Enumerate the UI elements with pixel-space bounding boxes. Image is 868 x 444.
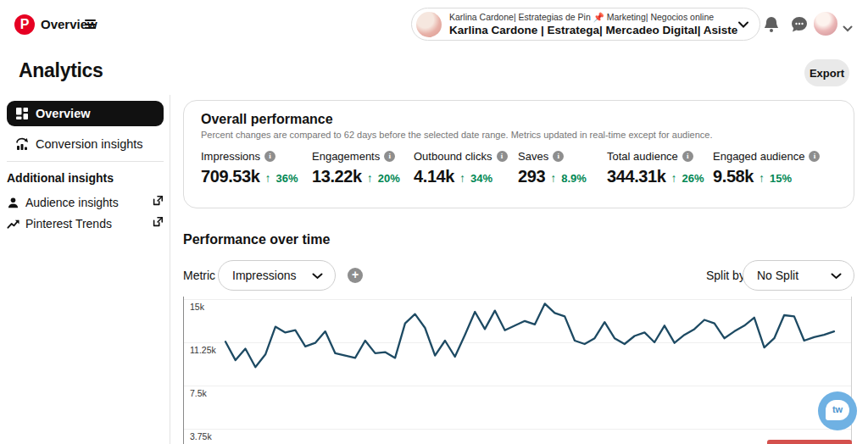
metric-dropdown-value: Impressions — [232, 269, 296, 282]
metric-change: 34% — [470, 172, 492, 185]
metric-label: Engagements — [312, 150, 380, 163]
performance-over-time-title: Performance over time — [183, 232, 330, 247]
metric-dropdown-label: Metric — [183, 269, 215, 282]
external-link-icon — [152, 216, 164, 231]
chevron-down-icon — [312, 268, 323, 283]
metric-label: Engaged audience — [713, 150, 804, 163]
split-by-label: Split by — [706, 269, 745, 282]
metric-dropdown[interactable]: Impressions — [218, 260, 336, 291]
external-link-icon — [152, 195, 164, 210]
y-tick-label: 7.5k — [190, 388, 207, 398]
info-icon[interactable]: i — [497, 151, 508, 162]
metric-change: 8.9% — [561, 172, 587, 185]
trends-arrow-icon — [7, 218, 19, 230]
impressions-line — [225, 303, 834, 367]
metric-change: 15% — [770, 172, 792, 185]
gridline-7-5k — [184, 386, 851, 386]
overall-performance-card: Overall performance Percent changes are … — [183, 100, 854, 208]
split-by-dropdown[interactable]: No Split — [743, 260, 854, 291]
metric-label: Saves — [518, 150, 548, 163]
up-arrow-icon: ↑ — [367, 171, 373, 185]
sidebar-link-label: Pinterest Trends — [25, 217, 112, 230]
add-metric-button[interactable]: + — [348, 268, 363, 283]
audience-person-icon — [7, 197, 19, 209]
metric-value: 709.53k — [201, 167, 260, 186]
account-name: Karlina Cardone | Estratega| Mercadeo Di… — [449, 24, 737, 36]
split-by-value: No Split — [757, 269, 798, 282]
sidebar-link-pinterest-trends[interactable]: Pinterest Trends — [7, 215, 164, 232]
metric-change: 20% — [378, 172, 400, 185]
metric-outbound-clicks: Outbound clicksi 4.14k↑34% — [414, 150, 508, 186]
account-subtitle: Karlina Cardone| Estrategias de Pin 📌 Ma… — [449, 12, 737, 23]
metric-total-audience: Total audiencei 344.31k↑26% — [607, 150, 704, 186]
export-button[interactable]: Export — [804, 59, 849, 86]
metric-engaged-audience: Engaged audiencei 9.58k↑15% — [713, 150, 820, 186]
metric-saves: Savesi 293↑8.9% — [518, 150, 587, 186]
chevron-down-icon — [737, 17, 749, 32]
y-axis-line — [183, 297, 184, 444]
sidebar-item-overview[interactable]: Overview — [7, 101, 164, 126]
y-tick-label: 11.25k — [190, 345, 216, 355]
watermark-logo: tw — [818, 391, 857, 430]
sidebar-section-title: Additional insights — [7, 171, 114, 185]
info-icon[interactable]: i — [264, 151, 275, 162]
metric-label: Impressions — [201, 150, 260, 163]
overview-grid-icon — [15, 107, 29, 120]
pinterest-analytics-page: P Overview Karlina Cardone| Estrategias … — [0, 0, 868, 444]
gridline-15k — [184, 299, 851, 300]
hamburger-menu-icon[interactable] — [85, 19, 96, 29]
account-switcher[interactable]: Karlina Cardone| Estrategias de Pin 📌 Ma… — [411, 8, 760, 41]
gridline-11-25k — [184, 342, 851, 343]
card-subtitle: Percent changes are compared to 62 days … — [201, 130, 713, 140]
up-arrow-icon: ↑ — [671, 171, 677, 185]
info-icon[interactable]: i — [553, 151, 564, 162]
up-arrow-icon: ↑ — [550, 171, 556, 185]
up-arrow-icon: ↑ — [459, 171, 465, 185]
chevron-down-icon — [831, 268, 842, 283]
metric-value: 344.31k — [607, 167, 666, 186]
metric-change: 26% — [682, 172, 704, 185]
metric-impressions: Impressionsi 709.53k↑36% — [201, 150, 298, 186]
metric-value: 293 — [518, 167, 545, 186]
profile-chevron-down-icon[interactable] — [843, 20, 853, 36]
page-title: Analytics — [19, 59, 103, 82]
notifications-bell-icon[interactable] — [762, 15, 781, 34]
metric-value: 9.58k — [713, 167, 754, 186]
metric-value: 13.22k — [312, 167, 362, 186]
info-icon[interactable]: i — [809, 151, 820, 162]
up-arrow-icon: ↑ — [265, 171, 271, 185]
sidebar-item-label: Conversion insights — [36, 137, 143, 151]
sidebar-section-divider — [7, 161, 164, 162]
top-bar: P Overview Karlina Cardone| Estrategias … — [0, 0, 868, 47]
metric-engagements: Engagementsi 13.22k↑20% — [312, 150, 400, 186]
card-title: Overall performance — [201, 112, 333, 127]
cutoff-red-element — [767, 440, 852, 444]
messages-chat-icon[interactable] — [790, 15, 809, 34]
up-arrow-icon: ↑ — [759, 171, 765, 185]
pinterest-logo-icon[interactable]: P — [14, 14, 35, 35]
y-tick-label: 15k — [190, 302, 204, 312]
conversion-chart-icon — [15, 137, 29, 151]
gridline-3-75k — [184, 429, 851, 430]
sidebar-item-label: Overview — [36, 107, 91, 120]
sidebar-link-label: Audience insights — [25, 196, 119, 209]
sidebar-item-conversion-insights[interactable]: Conversion insights — [7, 132, 164, 156]
info-icon[interactable]: i — [384, 151, 395, 162]
account-avatar — [416, 12, 442, 37]
metric-label: Total audience — [607, 150, 678, 163]
metric-label: Outbound clicks — [414, 150, 492, 163]
sidebar-link-audience-insights[interactable]: Audience insights — [7, 194, 164, 211]
info-icon[interactable]: i — [682, 151, 693, 162]
metric-value: 4.14k — [414, 167, 454, 186]
y-tick-label: 3.75k — [190, 431, 212, 441]
performance-chart[interactable]: 15k 11.25k 7.5k 3.75k tw — [0, 292, 868, 444]
profile-avatar[interactable] — [814, 12, 837, 36]
metric-change: 36% — [276, 172, 298, 185]
chart-canvas — [0, 292, 868, 444]
